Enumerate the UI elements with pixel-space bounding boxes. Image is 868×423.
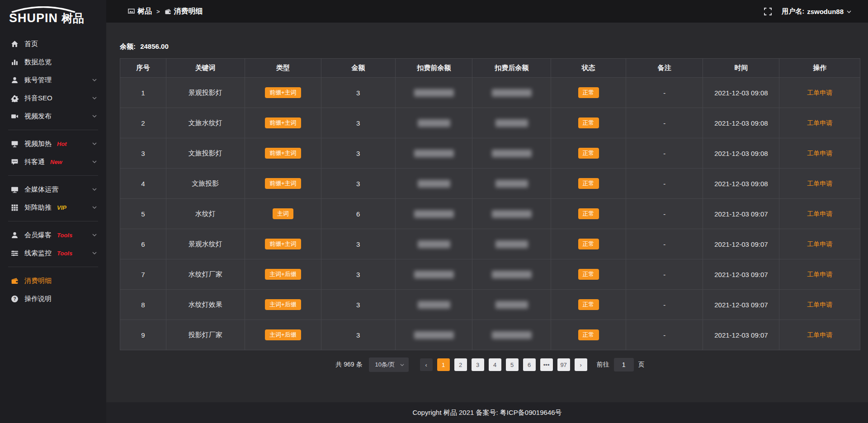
home-icon [11,40,19,48]
type-badge: 主词+后缀 [265,269,301,280]
sidebar-item-操作说明[interactable]: ? 操作说明 [0,290,106,308]
sidebar-item-全媒体运营[interactable]: 全媒体运营 [0,180,106,198]
ticket-request-link[interactable]: 工单申请 [807,301,832,308]
chevron-down-icon [92,95,97,101]
cell-action: 工单申请 [779,169,860,199]
cell-action: 工单申请 [779,199,860,229]
cell-index: 1 [120,78,166,108]
cell-time: 2021-12-03 09:07 [703,290,779,320]
display-icon [11,140,19,148]
page-button-1[interactable]: 1 [437,358,450,371]
redacted-balance-after [492,271,532,278]
topbar: 树品 > 消费明细 用户名: zswodun88 [106,0,868,23]
cell-index: 5 [120,199,166,229]
cell-time: 2021-12-03 09:07 [703,199,779,229]
cell-status: 正常 [551,229,626,259]
ticket-request-link[interactable]: 工单申请 [807,331,832,338]
page-button-5[interactable]: 5 [506,358,519,371]
cell-balance-before [395,259,472,290]
sidebar-item-线索监控[interactable]: 线索监控 Tools [0,244,106,262]
page-size-value: 10条/页 [375,361,395,368]
user-icon [11,231,19,239]
cell-type: 前缀+主词 [245,169,321,199]
cell-amount: 3 [321,229,395,259]
column-header: 备注 [626,59,703,78]
ticket-request-link[interactable]: 工单申请 [807,150,832,157]
sidebar: SHUPIN 树品 首页 数据总览 账号管理 抖音SEO 视 [0,0,106,423]
type-badge: 主词+后缀 [265,329,301,340]
ticket-request-link[interactable]: 工单申请 [807,119,832,127]
sidebar-item-会员爆客[interactable]: 会员爆客 Tools [0,226,106,244]
page-button-6[interactable]: 6 [523,358,536,371]
content-area: 余额: 24856.00 序号关键词类型金额扣费前余额扣费后余额状态备注时间操作… [106,23,868,402]
username-value: zswodun88 [807,8,844,15]
chart-icon [11,58,19,66]
ticket-request-link[interactable]: 工单申请 [807,210,832,217]
redacted-balance-before [418,240,450,248]
cell-keyword: 水纹灯厂家 [166,259,245,290]
cell-type: 主词+后缀 [245,320,321,350]
sidebar-item-tag: New [50,159,62,165]
sidebar-divider [8,221,98,221]
chevron-down-icon [92,250,97,256]
ticket-request-link[interactable]: 工单申请 [807,89,832,96]
sidebar-item-视频发布[interactable]: 视频发布 [0,107,106,125]
table-row: 6 景观水纹灯 前缀+主词 3 正常 - 2021-12-03 09:07 工单… [120,229,860,259]
redacted-balance-before [414,150,454,157]
column-header: 扣费前余额 [395,59,472,78]
goto-page-input[interactable] [614,358,634,371]
breadcrumb-home[interactable]: 树品 [128,7,152,16]
page-ellipsis-button[interactable]: ••• [540,358,553,371]
page-size-select[interactable]: 10条/页 [369,357,409,372]
sidebar-item-抖音SEO[interactable]: 抖音SEO [0,89,106,107]
cell-balance-after [472,320,551,350]
user-menu[interactable]: 用户名: zswodun88 [782,7,852,16]
ticket-request-link[interactable]: 工单申请 [807,271,832,278]
sidebar-item-矩阵助推[interactable]: 矩阵助推 VIP [0,198,106,216]
redacted-balance-after [492,89,532,97]
page-button-4[interactable]: 4 [489,358,501,371]
page-button-3[interactable]: 3 [472,358,484,371]
status-badge: 正常 [578,329,599,340]
balance-label: 余额: [120,42,136,50]
redacted-balance-before [418,119,450,127]
sidebar-item-视频加热[interactable]: 视频加热 Hot [0,135,106,153]
breadcrumb-current[interactable]: 消费明细 [165,7,203,16]
next-page-button[interactable]: › [575,358,587,371]
page-button-97[interactable]: 97 [557,358,570,371]
prev-page-button[interactable]: ‹ [420,358,433,371]
logo: SHUPIN 树品 [0,0,106,28]
cell-amount: 3 [321,290,395,320]
type-badge: 前缀+主词 [265,178,301,189]
copyright-text: Copyright 树品 2021 备案号: 粤ICP备09019646号 [412,409,561,417]
table-row: 8 水纹灯效果 主词+后缀 3 正常 - 2021-12-03 09:07 工单… [120,290,860,320]
cell-time: 2021-12-03 09:07 [703,259,779,290]
sidebar-item-数据总览[interactable]: 数据总览 [0,53,106,71]
status-badge: 正常 [578,148,599,159]
sidebar-item-消费明细[interactable]: 消费明细 [0,272,106,290]
sidebar-item-首页[interactable]: 首页 [0,35,106,53]
cell-balance-after [472,108,551,138]
type-badge: 前缀+主词 [265,148,301,159]
fullscreen-icon[interactable] [764,8,772,15]
ticket-request-link[interactable]: 工单申请 [807,180,832,187]
cell-index: 2 [120,108,166,138]
type-badge: 前缀+主词 [265,239,301,249]
cell-amount: 6 [321,199,395,229]
sidebar-item-抖客通[interactable]: 抖客通 New [0,153,106,171]
sidebar-item-账号管理[interactable]: 账号管理 [0,71,106,89]
sidebar-menu: 首页 数据总览 账号管理 抖音SEO 视频发布 视频加热 [0,35,106,308]
cell-status: 正常 [551,108,626,138]
wallet-icon [165,8,171,15]
sidebar-divider [8,267,98,267]
ticket-request-link[interactable]: 工单申请 [807,240,832,248]
sliders-icon [11,249,19,257]
chevron-down-icon [846,9,852,14]
cell-action: 工单申请 [779,138,860,169]
status-badge: 正常 [578,269,599,280]
sidebar-divider [8,130,98,130]
sidebar-item-tag: Tools [57,232,72,239]
cell-remark: - [626,290,703,320]
page-button-2[interactable]: 2 [454,358,467,371]
chevron-down-icon [92,232,97,238]
